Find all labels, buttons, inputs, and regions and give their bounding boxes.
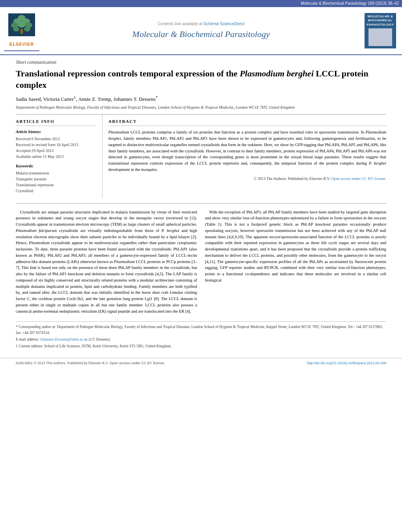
- journal-logo-line1: MOLECULAR &: [366, 15, 395, 19]
- journal-cover-thumbnail: [368, 28, 392, 46]
- keyword-1: Malaria transmission: [16, 170, 96, 176]
- abstract-pberghei-italic: P. berghei: [369, 161, 386, 165]
- footnote-sup1: 1 Current address: School of Life Scienc…: [16, 343, 386, 349]
- issn-line: 0166-6851 © 2013 The Authors. Published …: [16, 361, 165, 366]
- elsevier-logo-area: ELSEVIER: [4, 10, 39, 51]
- abstract-label: ABSTRACT: [108, 119, 386, 126]
- cc-link[interactable]: Open access under CC BY license.: [331, 176, 386, 181]
- accepted-date: Accepted 29 April 2013: [16, 148, 96, 154]
- svg-point-5: [18, 21, 26, 28]
- body-para-2: With the exception of PbLAP3, all PbLAP …: [205, 209, 386, 284]
- abstract-pb-italic: Plasmodium berghei: [108, 130, 386, 141]
- body-para-1: Crystalloids are unique parasite structu…: [16, 209, 197, 315]
- affiliation: Department of Pathogen Molecular Biology…: [16, 105, 386, 110]
- authors-cont: , Annie Z. Tremp, Johannes T. Dessens: [76, 96, 155, 102]
- authors-line: Sadia Saeed, Victoria Carter1, Annie Z. …: [16, 95, 386, 103]
- bottom-bar: 0166-6851 © 2013 The Authors. Published …: [0, 358, 402, 368]
- footnote-email: E-mail address: Johannes.Dessens@lshtm.a…: [16, 337, 386, 342]
- footnote-area: * Corresponding author at: Department of…: [16, 321, 386, 349]
- article-info-label: ARTICLE INFO: [16, 119, 96, 126]
- article-info-col: ARTICLE INFO Article history: Received 6…: [16, 115, 102, 198]
- footnote-star: * Corresponding author at: Department of…: [16, 324, 386, 336]
- doi-link[interactable]: http://dx.doi.org/10.1016/j.molbiopara.2…: [307, 361, 386, 366]
- journal-right-logo: MOLECULAR & BIOCHEMICAL PARASITOLOGY: [363, 13, 398, 48]
- authors-names: Sadia Saeed, Victoria Carter: [16, 96, 74, 102]
- copyright-line: © 2013 The Authors. Published by Elsevie…: [108, 176, 386, 182]
- article-title: Translational repression controls tempor…: [16, 68, 386, 91]
- abstract-col: ABSTRACT Plasmodium LCCL proteins compri…: [102, 115, 386, 198]
- email-link[interactable]: Johannes.Dessens@lshtm.ac.uk: [40, 337, 88, 341]
- sciverse-link: Contents lists available at SciVerse Sci…: [43, 21, 359, 27]
- journal-center: Contents lists available at SciVerse Sci…: [43, 21, 359, 41]
- content-divider: [16, 203, 386, 204]
- body-col-right: With the exception of PbLAP3, all PbLAP …: [205, 209, 386, 318]
- journal-logo-line3: PARASITOLOGY: [366, 23, 395, 27]
- article-type: Short communication: [16, 59, 386, 66]
- author-star: *: [156, 95, 158, 100]
- elsevier-tree-icon: [8, 13, 35, 36]
- journal-header: ELSEVIER Contents lists available at Sci…: [0, 7, 402, 55]
- email-name: (J.T. Dessens).: [89, 337, 111, 341]
- article-meta-row: ARTICLE INFO Article history: Received 6…: [16, 114, 386, 198]
- received-revised-date: Received in revised form 18 April 2013: [16, 142, 96, 148]
- keyword-2: Transgenic parasite: [16, 176, 96, 182]
- body-text: Crystalloids are unique parasite structu…: [16, 209, 386, 318]
- keyword-4: Crystalloid: [16, 188, 96, 194]
- svg-rect-7: [20, 29, 23, 34]
- article-title-part1: Translational repression controls tempor…: [16, 69, 240, 78]
- abstract-plasmodium: Plasmodium: [108, 130, 129, 134]
- journal-reference: Molecular & Biochemical Parasitology 189…: [301, 1, 399, 6]
- body-col-left: Crystalloids are unique parasite structu…: [16, 209, 197, 318]
- sciverse-anchor[interactable]: SciVerse ScienceDirect: [203, 22, 244, 26]
- keyword-3: Translational repression: [16, 182, 96, 188]
- article-title-italic: Plasmodium berghei: [240, 69, 314, 78]
- keywords-section: Keywords: Malaria transmission Transgeni…: [16, 163, 96, 194]
- journal-logo-box: MOLECULAR & BIOCHEMICAL PARASITOLOGY: [365, 13, 396, 48]
- elsevier-label: ELSEVIER: [9, 41, 34, 47]
- journal-logo-line2: BIOCHEMICAL: [366, 19, 395, 22]
- svg-point-8: [13, 27, 19, 32]
- email-label: E-mail address:: [16, 337, 39, 341]
- article-history-label: Article history:: [16, 129, 96, 135]
- keywords-label: Keywords:: [16, 163, 96, 169]
- copyright-text: © 2013 The Authors. Published by Elsevie…: [253, 176, 330, 181]
- journal-title: Molecular & Biochemical Parasitology: [43, 28, 359, 41]
- svg-point-9: [24, 27, 30, 32]
- available-date: Available online 15 May 2013: [16, 154, 96, 159]
- footnote-star-text: * Corresponding author at: Department of…: [16, 325, 383, 334]
- main-content: Short communication Translational repres…: [0, 55, 402, 358]
- abstract-text: Plasmodium LCCL proteins comprise a fami…: [108, 129, 386, 172]
- journal-reference-bar: Molecular & Biochemical Parasitology 189…: [0, 0, 402, 7]
- received-date: Received 6 November 2012: [16, 136, 96, 142]
